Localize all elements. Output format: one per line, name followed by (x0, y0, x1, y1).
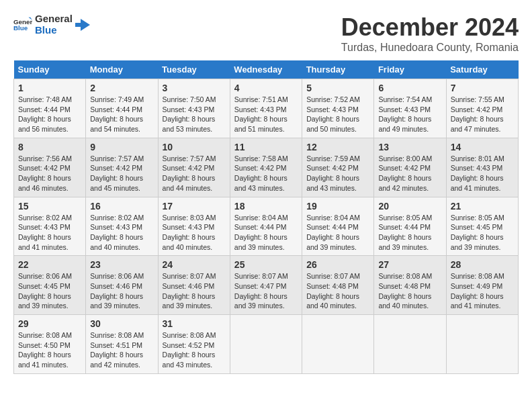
day-cell (446, 315, 518, 374)
day-number: 4 (234, 83, 298, 93)
header-day-tuesday: Tuesday (158, 60, 230, 79)
svg-marker-3 (75, 19, 90, 31)
day-cell: 4 Sunrise: 7:51 AMSunset: 4:43 PMDayligh… (230, 79, 302, 138)
day-cell: 23 Sunrise: 8:06 AMSunset: 4:46 PMDaylig… (86, 256, 158, 315)
header-day-wednesday: Wednesday (230, 60, 302, 79)
day-cell: 3 Sunrise: 7:50 AMSunset: 4:43 PMDayligh… (158, 79, 230, 138)
day-info: Sunrise: 7:57 AMSunset: 4:42 PMDaylight:… (163, 154, 216, 192)
day-info: Sunrise: 7:50 AMSunset: 4:43 PMDaylight:… (163, 95, 216, 133)
day-number: 27 (378, 259, 441, 270)
day-cell: 21 Sunrise: 8:05 AMSunset: 4:45 PMDaylig… (446, 197, 518, 256)
day-cell: 30 Sunrise: 8:08 AMSunset: 4:51 PMDaylig… (86, 315, 158, 374)
day-number: 30 (90, 318, 153, 329)
day-info: Sunrise: 8:06 AMSunset: 4:46 PMDaylight:… (90, 272, 144, 310)
day-number: 6 (378, 83, 441, 93)
day-cell: 20 Sunrise: 8:05 AMSunset: 4:44 PMDaylig… (374, 197, 446, 256)
day-cell: 19 Sunrise: 8:04 AMSunset: 4:44 PMDaylig… (302, 197, 374, 256)
day-info: Sunrise: 8:02 AMSunset: 4:43 PMDaylight:… (18, 214, 72, 251)
day-info: Sunrise: 7:55 AMSunset: 4:42 PMDaylight:… (451, 95, 504, 133)
day-info: Sunrise: 8:04 AMSunset: 4:44 PMDaylight:… (306, 214, 360, 251)
day-number: 21 (451, 201, 514, 212)
day-cell: 15 Sunrise: 8:02 AMSunset: 4:43 PMDaylig… (14, 197, 86, 256)
day-info: Sunrise: 8:08 AMSunset: 4:48 PMDaylight:… (378, 272, 432, 310)
day-cell: 24 Sunrise: 8:07 AMSunset: 4:46 PMDaylig… (158, 256, 230, 315)
day-number: 12 (306, 142, 369, 152)
day-cell: 22 Sunrise: 8:06 AMSunset: 4:45 PMDaylig… (14, 256, 86, 315)
day-info: Sunrise: 7:56 AMSunset: 4:42 PMDaylight:… (18, 154, 72, 192)
day-number: 17 (163, 201, 226, 212)
day-number: 7 (451, 83, 514, 93)
day-number: 20 (378, 201, 441, 212)
day-info: Sunrise: 7:49 AMSunset: 4:44 PMDaylight:… (90, 95, 144, 133)
day-number: 31 (163, 318, 226, 329)
day-number: 10 (163, 142, 226, 152)
day-info: Sunrise: 8:08 AMSunset: 4:52 PMDaylight:… (163, 331, 216, 369)
day-cell: 7 Sunrise: 7:55 AMSunset: 4:42 PMDayligh… (446, 79, 518, 138)
day-cell: 8 Sunrise: 7:56 AMSunset: 4:42 PMDayligh… (14, 138, 86, 197)
day-info: Sunrise: 7:59 AMSunset: 4:42 PMDaylight:… (306, 154, 360, 192)
day-number: 23 (90, 259, 153, 270)
header-day-thursday: Thursday (302, 60, 374, 79)
day-cell (374, 315, 446, 374)
header-row: SundayMondayTuesdayWednesdayThursdayFrid… (14, 60, 519, 79)
week-row-4: 22 Sunrise: 8:06 AMSunset: 4:45 PMDaylig… (14, 256, 519, 315)
day-info: Sunrise: 8:07 AMSunset: 4:48 PMDaylight:… (306, 272, 360, 310)
day-number: 24 (163, 259, 226, 270)
day-cell: 11 Sunrise: 7:58 AMSunset: 4:42 PMDaylig… (230, 138, 302, 197)
day-cell: 26 Sunrise: 8:07 AMSunset: 4:48 PMDaylig… (302, 256, 374, 315)
day-number: 14 (451, 142, 514, 152)
day-info: Sunrise: 8:00 AMSunset: 4:42 PMDaylight:… (378, 154, 432, 192)
day-number: 29 (18, 318, 81, 329)
day-cell: 25 Sunrise: 8:07 AMSunset: 4:47 PMDaylig… (230, 256, 302, 315)
day-info: Sunrise: 8:04 AMSunset: 4:44 PMDaylight:… (234, 214, 288, 251)
day-info: Sunrise: 8:03 AMSunset: 4:43 PMDaylight:… (163, 214, 216, 251)
day-cell: 18 Sunrise: 8:04 AMSunset: 4:44 PMDaylig… (230, 197, 302, 256)
day-number: 3 (163, 83, 226, 93)
day-info: Sunrise: 7:52 AMSunset: 4:43 PMDaylight:… (306, 95, 360, 133)
day-cell: 5 Sunrise: 7:52 AMSunset: 4:43 PMDayligh… (302, 79, 374, 138)
day-cell: 9 Sunrise: 7:57 AMSunset: 4:42 PMDayligh… (86, 138, 158, 197)
logo-blue: Blue (35, 25, 73, 36)
day-number: 9 (90, 142, 153, 152)
header-day-monday: Monday (86, 60, 158, 79)
day-info: Sunrise: 8:08 AMSunset: 4:50 PMDaylight:… (18, 331, 72, 369)
day-number: 19 (306, 201, 369, 212)
day-number: 28 (451, 259, 514, 270)
day-info: Sunrise: 7:51 AMSunset: 4:43 PMDaylight:… (234, 95, 288, 133)
day-number: 22 (18, 259, 81, 270)
day-cell: 16 Sunrise: 8:02 AMSunset: 4:43 PMDaylig… (86, 197, 158, 256)
header-day-sunday: Sunday (14, 60, 86, 79)
day-info: Sunrise: 8:02 AMSunset: 4:43 PMDaylight:… (90, 214, 144, 251)
day-number: 16 (90, 201, 153, 212)
day-cell: 1 Sunrise: 7:48 AMSunset: 4:44 PMDayligh… (14, 79, 86, 138)
month-title: December 2024 (341, 13, 519, 42)
day-info: Sunrise: 8:07 AMSunset: 4:46 PMDaylight:… (163, 272, 216, 310)
day-info: Sunrise: 8:08 AMSunset: 4:51 PMDaylight:… (90, 331, 144, 369)
week-row-3: 15 Sunrise: 8:02 AMSunset: 4:43 PMDaylig… (14, 197, 519, 256)
logo-general: General (35, 13, 73, 25)
day-cell: 29 Sunrise: 8:08 AMSunset: 4:50 PMDaylig… (14, 315, 86, 374)
logo-icon: General Blue (13, 15, 32, 34)
day-info: Sunrise: 7:57 AMSunset: 4:42 PMDaylight:… (90, 154, 144, 192)
day-cell: 28 Sunrise: 8:08 AMSunset: 4:49 PMDaylig… (446, 256, 518, 315)
day-number: 5 (306, 83, 369, 93)
header-day-saturday: Saturday (446, 60, 518, 79)
day-info: Sunrise: 8:06 AMSunset: 4:45 PMDaylight:… (18, 272, 72, 310)
day-info: Sunrise: 8:05 AMSunset: 4:45 PMDaylight:… (451, 214, 504, 251)
day-number: 2 (90, 83, 153, 93)
day-cell: 13 Sunrise: 8:00 AMSunset: 4:42 PMDaylig… (374, 138, 446, 197)
week-row-1: 1 Sunrise: 7:48 AMSunset: 4:44 PMDayligh… (14, 79, 519, 138)
day-cell: 2 Sunrise: 7:49 AMSunset: 4:44 PMDayligh… (86, 79, 158, 138)
day-cell: 12 Sunrise: 7:59 AMSunset: 4:42 PMDaylig… (302, 138, 374, 197)
day-cell: 14 Sunrise: 8:01 AMSunset: 4:43 PMDaylig… (446, 138, 518, 197)
day-number: 25 (234, 259, 298, 270)
day-cell (302, 315, 374, 374)
day-number: 13 (378, 142, 441, 152)
day-cell: 17 Sunrise: 8:03 AMSunset: 4:43 PMDaylig… (158, 197, 230, 256)
day-number: 1 (18, 83, 81, 93)
logo: General Blue General Blue (13, 13, 90, 36)
day-cell: 31 Sunrise: 8:08 AMSunset: 4:52 PMDaylig… (158, 315, 230, 374)
calendar-header: SundayMondayTuesdayWednesdayThursdayFrid… (14, 60, 519, 79)
calendar-body: 1 Sunrise: 7:48 AMSunset: 4:44 PMDayligh… (14, 79, 519, 374)
calendar-table: SundayMondayTuesdayWednesdayThursdayFrid… (13, 60, 519, 374)
